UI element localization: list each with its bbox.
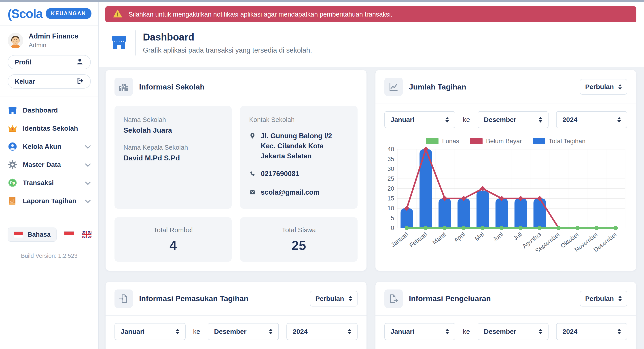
period-select-value: Perbulan xyxy=(585,83,614,91)
brand-text: (Scola xyxy=(8,6,42,21)
page-title: Dashboard xyxy=(143,32,312,43)
legend-swatch xyxy=(426,138,438,144)
page-title-row: Dashboard Grafik aplikasi pada transaksi… xyxy=(105,31,636,56)
school-info-card: Informasi Sekolah Nama Sekolah Sekolah J… xyxy=(105,70,367,271)
sidebar-item-laporan-tagihan[interactable]: Laporan Tagihan xyxy=(8,196,91,206)
chevron-down-icon xyxy=(85,179,91,187)
income-to-month-select[interactable]: Desember xyxy=(208,323,279,340)
page-header: Silahkan untuk mengaktifkan notifikasi a… xyxy=(98,2,644,67)
file-export-icon xyxy=(384,289,403,308)
billing-to-month-select[interactable]: Desember xyxy=(478,111,549,128)
legend-item-lunas: Lunas xyxy=(426,138,459,145)
to-month-value: Desember xyxy=(484,328,516,335)
sidebar-item-dashboard[interactable]: Dashboard xyxy=(8,105,91,115)
uk-flag-option[interactable] xyxy=(82,231,92,238)
sort-arrows-icon xyxy=(618,296,622,301)
legend-label: Total Tagihan xyxy=(549,138,586,145)
svg-text:40: 40 xyxy=(387,146,394,153)
sidebar-item-label: Transaksi xyxy=(23,179,54,187)
language-button[interactable]: Bahasa xyxy=(8,227,56,242)
card-title: Informasi Pengeluaran xyxy=(409,294,491,303)
svg-text:0: 0 xyxy=(391,225,394,231)
svg-text:April: April xyxy=(452,231,466,244)
school-phone: 0217690081 xyxy=(261,169,299,180)
language-button-label: Bahasa xyxy=(28,231,50,238)
sidebar-item-transaksi[interactable]: Rp Transaksi xyxy=(8,178,91,188)
svg-text:15: 15 xyxy=(387,195,394,202)
logout-button[interactable]: Keluar xyxy=(8,74,91,89)
sidebar-item-identitas-sekolah[interactable]: Identitas Sekolah xyxy=(8,124,91,133)
user-role: Admin xyxy=(28,42,78,49)
range-connector-label: ke xyxy=(463,328,470,335)
total-siswa-panel: Total Siswa 25 xyxy=(240,217,357,262)
year-value: 2024 xyxy=(562,328,577,335)
user-circle-icon xyxy=(8,142,18,151)
top-edge-strip xyxy=(0,0,644,2)
billing-year-select[interactable]: 2024 xyxy=(556,111,627,128)
income-from-month-select[interactable]: Januari xyxy=(114,323,186,340)
rupiah-icon: Rp xyxy=(8,178,18,188)
chevron-down-icon xyxy=(85,161,91,168)
indonesia-flag-icon xyxy=(14,232,23,238)
sort-arrows-icon xyxy=(539,329,542,334)
sidebar-item-label: Laporan Tagihan xyxy=(23,197,76,205)
income-year-select[interactable]: 2024 xyxy=(286,323,358,340)
expense-chart-card: Informasi Pengeluaran Perbulan Januari k… xyxy=(375,282,636,349)
income-period-select[interactable]: Perbulan xyxy=(310,291,357,306)
sort-arrows-icon xyxy=(539,117,542,123)
total-siswa-label: Total Siswa xyxy=(249,226,348,234)
sidebar-item-master-data[interactable]: Master Data xyxy=(8,160,91,170)
user-block: Admin Finance Admin xyxy=(0,26,98,50)
profile-button[interactable]: Profil xyxy=(8,55,91,69)
svg-text:Rp: Rp xyxy=(10,181,15,185)
billing-period-select[interactable]: Perbulan xyxy=(580,79,627,95)
expense-period-select[interactable]: Perbulan xyxy=(580,291,627,306)
user-name: Admin Finance xyxy=(28,32,78,40)
period-select-value: Perbulan xyxy=(585,295,614,302)
billing-from-month-select[interactable]: Januari xyxy=(384,111,456,128)
school-contact-panel: Kontak Sekolah Jl. Gunung Balong I/2 Kec… xyxy=(240,106,357,209)
storefront-icon xyxy=(110,34,128,52)
expense-year-select[interactable]: 2024 xyxy=(556,323,627,340)
svg-text:Mei: Mei xyxy=(474,231,485,242)
indonesia-flag-option[interactable] xyxy=(64,231,74,238)
svg-text:25: 25 xyxy=(387,175,394,182)
sort-arrows-icon xyxy=(269,329,272,334)
svg-text:Maret: Maret xyxy=(431,231,448,246)
file-import-icon xyxy=(114,289,133,308)
total-siswa-value: 25 xyxy=(249,238,348,253)
sidebar-item-kelola-akun[interactable]: Kelola Akun xyxy=(8,142,91,151)
expense-filter-row: Januari ke Desember 2024 xyxy=(376,316,636,347)
sidebar-item-label: Kelola Akun xyxy=(23,143,61,150)
sidebar: (Scola KEUANGAN Admin Finance Admin Prof… xyxy=(0,2,98,349)
sidebar-item-label: Master Data xyxy=(23,161,61,168)
line-chart-icon xyxy=(384,78,403,96)
school-address: Jl. Gunung Balong I/2 Kec. Cilandak Kota… xyxy=(261,131,348,161)
alert-text: Silahkan untuk mengaktifkan notifikasi a… xyxy=(128,11,392,18)
headmaster-name-value: David M.Pd S.Pd xyxy=(124,154,223,162)
svg-text:5: 5 xyxy=(391,215,394,221)
svg-text:20: 20 xyxy=(387,185,394,192)
sort-arrows-icon xyxy=(618,117,621,123)
billing-filter-row: Januari ke Desember 2024 xyxy=(376,104,636,135)
card-title: Informasi Sekolah xyxy=(139,83,204,91)
period-select-value: Perbulan xyxy=(315,295,344,302)
svg-text:35: 35 xyxy=(387,156,394,162)
svg-text:Febuari: Febuari xyxy=(408,231,428,249)
sort-arrows-icon xyxy=(446,117,449,123)
school-building-icon xyxy=(114,78,133,96)
expense-from-month-select[interactable]: Januari xyxy=(384,323,456,340)
svg-text:30: 30 xyxy=(387,166,394,172)
build-version: Build Version: 1.2.523 xyxy=(0,252,98,259)
card-title: Informasi Pemasukan Tagihan xyxy=(139,294,248,303)
svg-text:10: 10 xyxy=(387,205,394,212)
range-connector-label: ke xyxy=(193,328,200,335)
envelope-icon xyxy=(249,187,256,198)
phone-icon xyxy=(249,169,256,180)
expense-to-month-select[interactable]: Desember xyxy=(478,323,549,340)
field-label: Kontak Sekolah xyxy=(249,116,348,124)
from-month-value: Januari xyxy=(391,328,414,335)
warning-icon xyxy=(113,9,122,20)
school-email: scola@gmail.com xyxy=(261,187,320,198)
income-chart-card: Informasi Pemasukan Tagihan Perbulan Jan… xyxy=(105,282,367,349)
